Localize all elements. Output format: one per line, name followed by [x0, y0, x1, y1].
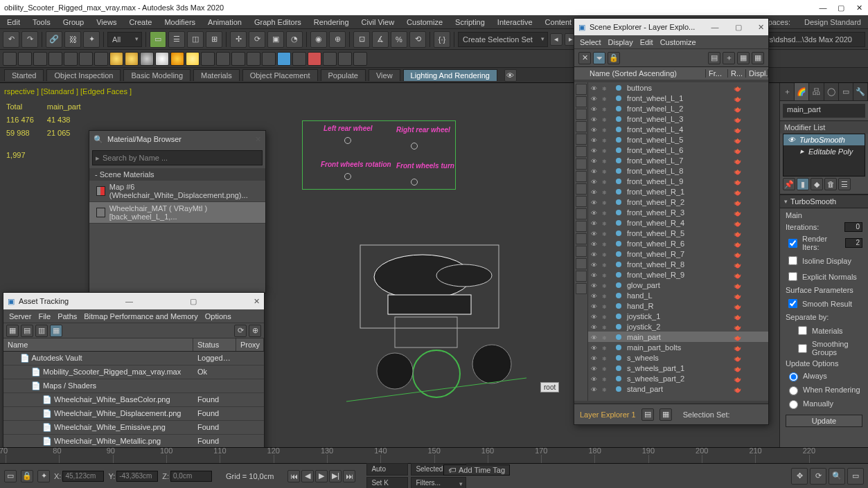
- scene-columns[interactable]: Name (Sorted Ascending) Fr... R... Displ…: [574, 67, 768, 80]
- coord-y-input[interactable]: [116, 471, 158, 482]
- material-item[interactable]: Wheelchair_MAT ( VRayMtl ) [back_wheel_L…: [89, 202, 265, 224]
- show-end-result-icon[interactable]: ▮: [797, 178, 809, 190]
- scene-row[interactable]: front_wheel_R_6: [588, 238, 768, 248]
- layer-icon[interactable]: ▦: [737, 52, 750, 64]
- ribbon-btn[interactable]: [338, 52, 352, 66]
- material-browser-window[interactable]: 🔍 Material/Map Browser ✕ ▸Search by Name…: [89, 130, 266, 293]
- scene-row[interactable]: front_wheel_R_3: [588, 207, 768, 217]
- tab-extra-icon[interactable]: 👁: [504, 69, 517, 82]
- sep-materials-checkbox[interactable]: [798, 326, 807, 335]
- sphere-gold-icon[interactable]: [125, 52, 139, 66]
- percent-snap-icon[interactable]: %: [391, 31, 407, 48]
- viewnav-icon[interactable]: ▭: [847, 468, 864, 485]
- ribbon-btn[interactable]: [18, 52, 32, 66]
- minimize-icon[interactable]: —: [125, 297, 133, 305]
- minimize-icon[interactable]: —: [711, 23, 719, 31]
- menu-options[interactable]: Options: [205, 312, 231, 320]
- scene-row[interactable]: hand_R: [588, 300, 768, 311]
- menu-grapheditors[interactable]: Graph Editors: [250, 17, 305, 28]
- viewnav-icon[interactable]: ✥: [791, 468, 808, 485]
- minimize-icon[interactable]: —: [818, 3, 828, 12]
- utilities-tab-icon[interactable]: 🔧: [853, 83, 868, 100]
- menu-edit[interactable]: Edit: [3, 17, 24, 28]
- menu-paths[interactable]: Paths: [57, 312, 77, 320]
- undo-icon[interactable]: ↶: [3, 31, 19, 48]
- update-manually-radio[interactable]: [789, 400, 798, 409]
- sun-icon[interactable]: [170, 52, 184, 66]
- remove-mod-icon[interactable]: 🗑: [824, 178, 837, 190]
- rollout-turbosmooth[interactable]: TurboSmooth: [780, 195, 868, 208]
- layer-explorer-label[interactable]: Layer Explorer 1: [580, 410, 636, 419]
- filter-icon[interactable]: [576, 121, 587, 132]
- tab-materials[interactable]: Materials: [193, 69, 240, 81]
- select-name-icon[interactable]: ☰: [168, 31, 185, 48]
- close-icon[interactable]: ✕: [254, 297, 260, 306]
- keyfilters-dropdown[interactable]: Filters...: [411, 477, 466, 489]
- snap-icon[interactable]: ⊡: [353, 31, 370, 48]
- sphere-grey-icon[interactable]: [140, 52, 154, 66]
- filter-icon[interactable]: [576, 109, 587, 120]
- asset-tb-icon[interactable]: ▤: [21, 325, 33, 337]
- scene-row[interactable]: s_wheels: [588, 352, 768, 363]
- filter-icon[interactable]: [576, 233, 587, 244]
- tab-object-placement[interactable]: Object Placement: [242, 69, 318, 81]
- sphere-white-icon[interactable]: [155, 52, 169, 66]
- filter-icon[interactable]: [576, 146, 587, 157]
- iterations-spinner[interactable]: 0: [844, 222, 862, 232]
- menu-content[interactable]: Content: [541, 17, 576, 28]
- ribbon-btn[interactable]: [216, 52, 230, 66]
- link-icon[interactable]: 🔗: [46, 31, 62, 48]
- spinner-snap-icon[interactable]: ⟲: [409, 31, 426, 48]
- filter-icon[interactable]: [576, 134, 587, 145]
- close-icon[interactable]: ✕: [758, 23, 764, 32]
- object-name[interactable]: main_part: [783, 104, 865, 118]
- asset-tb-icon[interactable]: ▦: [50, 325, 62, 337]
- ribbon-btn[interactable]: [33, 52, 47, 66]
- material-group[interactable]: - Scene Materials: [89, 168, 265, 181]
- unlink-icon[interactable]: ⛓: [64, 31, 81, 48]
- sep-smoothing-checkbox[interactable]: [798, 344, 807, 353]
- asset-row[interactable]: 📄 Wheelchair_White_Displacement.pngFound: [3, 407, 264, 421]
- ribbon-btn[interactable]: [353, 52, 367, 66]
- modifier-item[interactable]: 👁 TurboSmooth: [783, 134, 865, 145]
- filter-icon[interactable]: [576, 171, 587, 182]
- ribbon-btn[interactable]: [79, 52, 93, 66]
- asset-tb-icon[interactable]: ▥: [35, 325, 48, 337]
- maximize-icon[interactable]: ▢: [190, 297, 197, 306]
- asset-row[interactable]: 📄 Maps / Shaders: [3, 379, 264, 393]
- asset-row[interactable]: 📄 Wheelchair_White_BaseColor.pngFound: [3, 393, 264, 407]
- viewnav-icon[interactable]: 🔍: [829, 468, 845, 485]
- coord-x-input[interactable]: [62, 471, 104, 482]
- scene-explorer-window[interactable]: ▣ Scene Explorer - Layer Explo... — ▢ ✕ …: [574, 18, 769, 425]
- menu-edit[interactable]: Edit: [640, 38, 653, 46]
- rig-dot[interactable]: [411, 179, 418, 186]
- scene-row[interactable]: buttons: [588, 82, 768, 93]
- filter-icon[interactable]: [576, 221, 587, 232]
- maximize-icon[interactable]: ▢: [735, 23, 742, 32]
- motion-tab-icon[interactable]: ◯: [824, 83, 839, 100]
- status-icon[interactable]: ✦: [37, 470, 50, 482]
- select-region-icon[interactable]: ◫: [187, 31, 204, 48]
- asset-tracking-window[interactable]: ▣ Asset Tracking — ▢ ✕ Server File Paths…: [3, 292, 265, 472]
- autokey-button[interactable]: Auto: [366, 463, 408, 476]
- scene-row[interactable]: stand_part: [588, 383, 768, 394]
- goto-end-icon[interactable]: ⏭: [343, 470, 355, 482]
- scene-tree[interactable]: buttonsfront_wheel_L_1front_wheel_L_2fro…: [588, 82, 768, 401]
- rig-dot[interactable]: [344, 137, 351, 144]
- ribbon-btn-red[interactable]: [308, 52, 321, 66]
- scene-row[interactable]: front_wheel_L_1: [588, 93, 768, 103]
- asset-tb-icon[interactable]: ▦: [6, 325, 19, 337]
- display-tab-icon[interactable]: ▭: [839, 83, 853, 100]
- tab-basic-modeling[interactable]: Basic Modeling: [123, 69, 191, 81]
- selset-prev-icon[interactable]: ◂: [550, 33, 563, 46]
- ribbon-btn[interactable]: [3, 52, 17, 66]
- scene-row[interactable]: joystick_1: [588, 311, 768, 321]
- sphere-gold-icon[interactable]: [109, 52, 123, 66]
- menu-group[interactable]: Group: [59, 17, 89, 28]
- scene-row[interactable]: front_wheel_R_5: [588, 228, 768, 238]
- scene-tb-icon[interactable]: ✕: [578, 52, 591, 64]
- menu-scripting[interactable]: Scripting: [451, 17, 489, 28]
- asset-row[interactable]: 📄 Mobility_Scooter_Rigged_max_vray.maxOk: [3, 365, 264, 379]
- menu-server[interactable]: Server: [9, 312, 31, 320]
- placement-icon[interactable]: ◔: [286, 31, 303, 48]
